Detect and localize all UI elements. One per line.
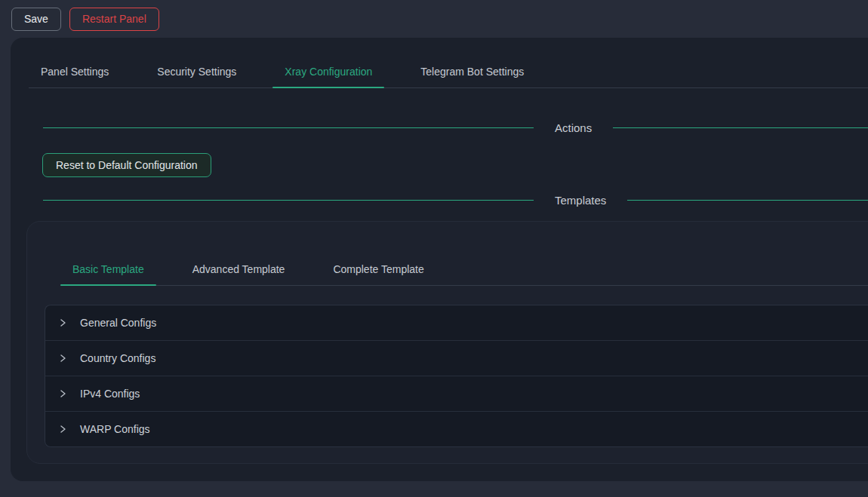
divider-line: [43, 200, 534, 201]
templates-divider: Templates: [43, 192, 868, 208]
divider-line: [627, 200, 868, 201]
tab-basic-template[interactable]: Basic Template: [60, 253, 156, 285]
actions-divider-label: Actions: [534, 121, 613, 134]
chevron-right-icon: [58, 318, 67, 327]
chevron-right-icon: [58, 389, 67, 398]
collapse-row-country-configs[interactable]: Country Configs: [45, 341, 868, 376]
tab-complete-template[interactable]: Complete Template: [321, 253, 436, 285]
settings-tabs: Panel Settings Security Settings Xray Co…: [29, 56, 868, 88]
templates-divider-label: Templates: [534, 194, 627, 207]
collapse-row-general-configs[interactable]: General Configs: [45, 305, 868, 341]
configs-collapse-list: General Configs Country Configs IPv4 Con…: [45, 305, 868, 447]
divider-line: [613, 127, 868, 128]
template-tabs: Basic Template Advanced Template Complet…: [60, 253, 868, 286]
actions-divider: Actions: [43, 119, 868, 136]
save-button[interactable]: Save: [11, 8, 61, 31]
collapse-row-warp-configs[interactable]: WARP Configs: [45, 412, 868, 446]
collapse-row-label: IPv4 Configs: [80, 388, 140, 400]
divider-line: [43, 127, 534, 128]
chevron-right-icon: [58, 425, 67, 434]
collapse-row-label: WARP Configs: [80, 423, 150, 435]
tab-telegram-bot-settings[interactable]: Telegram Bot Settings: [408, 56, 536, 87]
restart-panel-button[interactable]: Restart Panel: [69, 8, 159, 31]
topbar: Save Restart Panel: [0, 0, 868, 38]
tab-xray-configuration[interactable]: Xray Configuration: [272, 56, 384, 87]
reset-to-default-button[interactable]: Reset to Default Configuration: [42, 153, 211, 177]
templates-card: Basic Template Advanced Template Complet…: [26, 221, 868, 464]
settings-card: Panel Settings Security Settings Xray Co…: [11, 38, 868, 481]
collapse-row-label: Country Configs: [80, 352, 155, 364]
chevron-right-icon: [58, 354, 67, 363]
collapse-row-label: General Configs: [80, 317, 156, 329]
tab-security-settings[interactable]: Security Settings: [145, 56, 248, 87]
collapse-row-ipv4-configs[interactable]: IPv4 Configs: [45, 376, 868, 412]
tab-advanced-template[interactable]: Advanced Template: [180, 253, 297, 285]
tab-panel-settings[interactable]: Panel Settings: [29, 56, 121, 87]
